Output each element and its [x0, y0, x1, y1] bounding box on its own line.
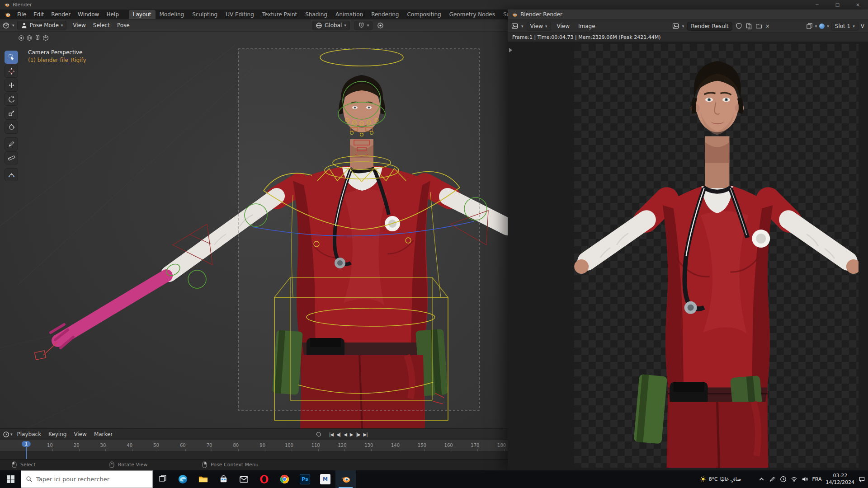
image-editor-type-icon[interactable] [511, 23, 518, 29]
rendered-image[interactable] [574, 44, 859, 468]
taskbar-app-photoshop[interactable]: Ps [295, 470, 315, 488]
tool-measure[interactable] [5, 151, 18, 164]
timeline-ruler[interactable]: 1102030405060708090100110120130140150160… [0, 440, 508, 451]
tray-chevron-icon[interactable] [758, 476, 765, 483]
timeline-menu-playback[interactable]: Playback [14, 430, 45, 438]
prev-keyframe-button[interactable]: ◀| [336, 432, 340, 437]
workspace-tab-uv-editing[interactable]: UV Editing [222, 10, 258, 19]
minimize-button[interactable]: ─ [807, 0, 827, 9]
copy-datablock-icon[interactable] [745, 23, 752, 29]
xray-toggle-icon[interactable] [18, 35, 24, 41]
render-passes-icon[interactable] [806, 23, 813, 29]
view-mode-dropdown[interactable]: View ▾ [527, 22, 551, 31]
action-center-icon[interactable] [859, 476, 865, 483]
maximize-button[interactable]: □ [827, 0, 848, 9]
search-input[interactable] [36, 476, 145, 483]
shading-toggle-icon[interactable] [42, 35, 49, 41]
playhead[interactable] [26, 447, 27, 460]
tool-rotate[interactable] [5, 93, 18, 106]
menu-render[interactable]: Render [47, 10, 74, 19]
viewport-menu-select[interactable]: Select [90, 21, 113, 29]
render-canvas[interactable] [508, 42, 868, 471]
timeline-menu-keying[interactable]: Keying [45, 430, 70, 438]
tool-select-box[interactable] [5, 51, 18, 64]
render-window[interactable]: Blender Render ▾ View ▾ View Image ▾ Ren… [508, 9, 868, 471]
menu-edit[interactable]: Edit [30, 10, 47, 19]
clock-widget[interactable]: 03:22 14/12/2024 [826, 473, 854, 486]
viewport-scene[interactable] [0, 32, 508, 428]
workspace-tab-shading[interactable]: Shading [301, 10, 331, 19]
menu-window[interactable]: Window [74, 10, 103, 19]
timeline-menu-view[interactable]: View [70, 430, 90, 438]
task-view-button[interactable] [153, 470, 173, 488]
workspace-tab-animation[interactable]: Animation [331, 10, 367, 19]
volume-icon[interactable] [802, 476, 808, 483]
workspace-tab-geometry-nodes[interactable]: Geometry Nodes [445, 10, 499, 19]
next-keyframe-button[interactable]: |▶ [356, 432, 360, 437]
render-menu-image[interactable]: Image [576, 22, 598, 30]
slot-dropdown[interactable]: Slot 1 ▾ [831, 22, 859, 31]
open-image-folder-icon[interactable] [755, 23, 762, 29]
menu-help[interactable]: Help [103, 10, 122, 19]
snapping-dropdown[interactable]: ▾ [354, 21, 373, 30]
taskbar-app-blender[interactable] [335, 470, 356, 488]
network-icon[interactable] [791, 476, 797, 483]
tool-transform[interactable] [5, 121, 18, 134]
workspace-tab-rendering[interactable]: Rendering [367, 10, 403, 19]
viewport-menu-pose[interactable]: Pose [113, 21, 133, 29]
image-name-field[interactable]: Render Result [687, 22, 732, 31]
play-reverse-button[interactable]: ◀ [344, 432, 347, 437]
tool-move[interactable] [5, 79, 18, 92]
viewport-menu-view[interactable]: View [69, 21, 89, 29]
tool-annotate[interactable] [5, 137, 18, 150]
workspace-tab-sculpting[interactable]: Sculpting [188, 10, 222, 19]
taskbar-app-mail[interactable] [234, 470, 254, 488]
auto-key-button[interactable] [316, 432, 321, 436]
image-datablock-icon[interactable] [672, 23, 679, 29]
taskbar-app-opera[interactable] [254, 470, 274, 488]
sidebar-toggle-arrow-icon[interactable] [509, 48, 512, 52]
workspace-tab-layout[interactable]: Layout [129, 10, 156, 19]
mode-dropdown[interactable]: Pose Mode ▾ [17, 21, 67, 30]
tool-pose-tool[interactable] [5, 168, 18, 181]
timeline-editor-icon[interactable] [3, 431, 9, 438]
jump-to-end-button[interactable]: ▶| [363, 432, 368, 437]
gizmos-toggle-icon[interactable] [34, 35, 41, 41]
taskbar-app-edge[interactable] [173, 470, 193, 488]
taskbar-app-word[interactable]: M [315, 470, 335, 488]
jump-to-start-button[interactable]: |◀ [329, 432, 333, 437]
tool-cursor[interactable] [5, 65, 18, 78]
unlink-image-button[interactable]: × [765, 23, 770, 29]
viewport-3d[interactable]: Camera Perspective (1) blender file_Rigi… [0, 32, 508, 428]
weather-widget[interactable]: 8°C صافٍ غالبًا [700, 476, 741, 483]
timeline-menu-marker[interactable]: Marker [90, 430, 116, 438]
frame-label-130: 130 [364, 443, 373, 448]
taskbar-app-chrome[interactable] [274, 470, 295, 488]
workspace-tab-modeling[interactable]: Modeling [156, 10, 189, 19]
fake-user-shield-icon[interactable] [736, 23, 742, 29]
render-menu-view[interactable]: View [554, 22, 572, 30]
taskbar-app-store[interactable] [213, 470, 234, 488]
workspace-tab-compositing[interactable]: Compositing [403, 10, 445, 19]
proportional-editing-icon[interactable] [377, 22, 384, 29]
tool-scale[interactable] [5, 107, 18, 120]
taskbar-search[interactable] [21, 470, 153, 488]
main-titlebar[interactable]: Blender ─ □ × [0, 0, 868, 9]
pen-icon[interactable] [769, 476, 776, 483]
render-window-titlebar[interactable]: Blender Render [508, 9, 868, 20]
workspace-tab-texture-paint[interactable]: Texture Paint [258, 10, 301, 19]
blender-menu-logo-icon[interactable] [4, 11, 11, 18]
current-frame-badge[interactable]: 1 [22, 441, 31, 447]
menu-file[interactable]: File [14, 10, 30, 19]
play-button[interactable]: ▶ [350, 432, 353, 437]
close-button[interactable]: × [848, 0, 868, 9]
timeline-track[interactable] [0, 451, 508, 459]
display-channels-icon[interactable] [819, 23, 825, 29]
overlays-toggle-icon[interactable] [26, 35, 33, 41]
clock-icon[interactable] [780, 476, 787, 483]
taskbar-app-file-explorer[interactable] [193, 470, 213, 488]
language-indicator[interactable]: FRA [812, 476, 822, 482]
editor-type-icon[interactable] [3, 22, 9, 29]
start-button[interactable] [0, 470, 21, 488]
orientation-dropdown[interactable]: Global ▾ [312, 21, 350, 30]
